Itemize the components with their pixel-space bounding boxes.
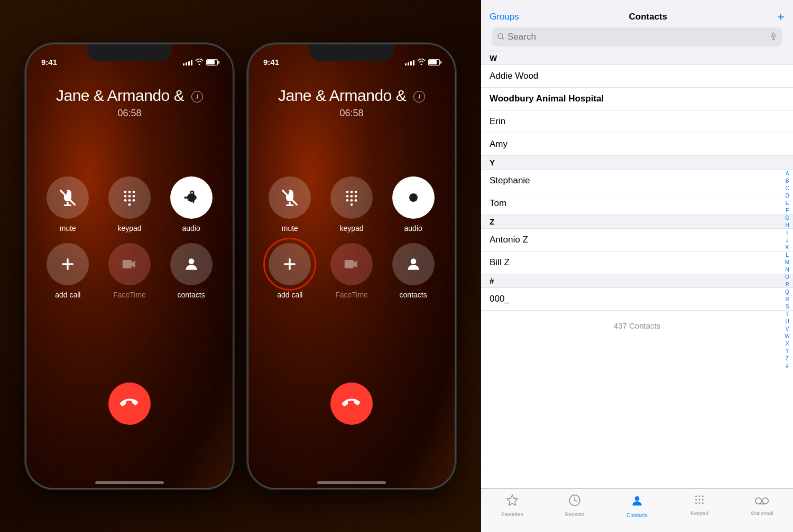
contact-amy[interactable]: Amy bbox=[481, 133, 793, 156]
r-signal-bar-4 bbox=[413, 60, 414, 66]
svg-point-55 bbox=[755, 498, 761, 503]
right-btn-addcall[interactable] bbox=[269, 243, 311, 285]
left-btn-contacts[interactable] bbox=[170, 243, 213, 285]
svg-point-51 bbox=[702, 499, 704, 501]
alpha-C[interactable]: C bbox=[783, 185, 791, 192]
alpha-L[interactable]: L bbox=[783, 251, 791, 258]
left-end-call-btn[interactable] bbox=[108, 382, 151, 425]
svg-point-8 bbox=[133, 194, 135, 197]
alpha-F[interactable]: F bbox=[783, 207, 791, 214]
right-phone-notch bbox=[309, 44, 394, 61]
right-btn-audio[interactable] bbox=[392, 176, 435, 219]
svg-point-11 bbox=[133, 199, 135, 201]
alpha-B[interactable]: B bbox=[783, 178, 791, 184]
keypad-tab-icon bbox=[694, 494, 705, 509]
left-info-icon[interactable]: i bbox=[191, 91, 203, 102]
alpha-K[interactable]: K bbox=[783, 244, 791, 251]
alpha-Y[interactable]: Y bbox=[783, 348, 791, 354]
left-phone-screen: 9:41 bbox=[26, 44, 233, 488]
tab-recents[interactable]: Recents bbox=[548, 494, 601, 517]
alpha-R[interactable]: R bbox=[783, 296, 791, 303]
right-call-buttons: mute bbox=[248, 176, 455, 299]
alpha-M[interactable]: M bbox=[783, 259, 791, 266]
add-contact-button[interactable]: + bbox=[777, 11, 785, 23]
alpha-N[interactable]: N bbox=[783, 266, 791, 273]
search-input[interactable] bbox=[508, 32, 767, 42]
contact-addie-wood[interactable]: Addie Wood bbox=[481, 65, 793, 88]
right-btn-facetime[interactable] bbox=[330, 243, 373, 285]
right-btn-contacts[interactable] bbox=[392, 243, 435, 285]
left-btn-mute[interactable] bbox=[47, 176, 89, 219]
tab-contacts[interactable]: Contacts bbox=[611, 494, 663, 518]
right-status-time: 9:41 bbox=[263, 58, 279, 67]
left-btn-keypad-wrapper: keypad bbox=[104, 176, 155, 232]
alpha-S[interactable]: S bbox=[783, 303, 791, 310]
tab-favorites[interactable]: Favorites bbox=[486, 494, 539, 517]
right-btn-mute[interactable] bbox=[269, 176, 311, 219]
alpha-O[interactable]: O bbox=[783, 274, 791, 281]
groups-button[interactable]: Groups bbox=[490, 12, 519, 22]
recents-icon bbox=[568, 494, 581, 510]
right-caller-info: Jane & Armando & i 06:58 bbox=[248, 87, 455, 119]
svg-point-23 bbox=[351, 190, 353, 193]
signal-bar-1 bbox=[183, 63, 185, 66]
alpha-D[interactable]: D bbox=[783, 192, 791, 199]
alpha-T[interactable]: T bbox=[783, 311, 791, 318]
alpha-X[interactable]: X bbox=[783, 340, 791, 347]
alpha-Z[interactable]: Z bbox=[783, 355, 791, 362]
search-input-wrapper[interactable] bbox=[492, 27, 782, 46]
right-battery-icon bbox=[428, 59, 440, 66]
alpha-I[interactable]: I bbox=[783, 229, 791, 236]
contact-erin[interactable]: Erin bbox=[481, 110, 793, 133]
right-info-icon[interactable]: i bbox=[413, 91, 425, 102]
right-caller-name: Jane & Armando & i bbox=[248, 87, 455, 105]
voicemail-icon bbox=[755, 494, 769, 509]
right-btn-keypad[interactable] bbox=[330, 176, 373, 219]
svg-point-28 bbox=[346, 199, 349, 201]
left-btn-contacts-wrapper: contacts bbox=[165, 243, 217, 299]
right-btn-audio-wrapper: audio bbox=[388, 176, 439, 232]
contact-tom[interactable]: Tom bbox=[481, 192, 793, 215]
right-btn-contacts-wrapper: contacts bbox=[388, 243, 439, 299]
svg-point-37 bbox=[410, 258, 416, 264]
right-end-call-btn[interactable] bbox=[330, 382, 373, 425]
left-btn-audio[interactable] bbox=[170, 176, 213, 219]
left-btn-contacts-label: contacts bbox=[178, 291, 205, 299]
alpha-V[interactable]: V bbox=[783, 325, 791, 332]
tab-voicemail[interactable]: Voicemail bbox=[735, 494, 788, 516]
left-signal-bars bbox=[183, 59, 192, 66]
left-btn-addcall[interactable] bbox=[47, 243, 89, 285]
contact-woodbury[interactable]: Woodbury Animal Hospital bbox=[481, 88, 793, 110]
svg-point-50 bbox=[699, 499, 700, 501]
right-phone: 9:41 bbox=[248, 44, 455, 488]
alpha-A[interactable]: A bbox=[783, 170, 791, 177]
alpha-W[interactable]: W bbox=[783, 333, 791, 340]
search-bar bbox=[490, 27, 785, 46]
mic-icon bbox=[770, 31, 777, 43]
right-btn-addcall-label: add call bbox=[277, 291, 302, 299]
contact-antonio-z[interactable]: Antonio Z bbox=[481, 229, 793, 251]
contact-stephanie[interactable]: Stephanie bbox=[481, 170, 793, 192]
left-btn-facetime[interactable] bbox=[108, 243, 151, 285]
svg-rect-40 bbox=[772, 33, 774, 36]
r-signal-bar-2 bbox=[408, 62, 409, 66]
alpha-E[interactable]: E bbox=[783, 200, 791, 207]
svg-rect-17 bbox=[123, 260, 132, 268]
alpha-U[interactable]: U bbox=[783, 318, 791, 325]
alpha-H[interactable]: H bbox=[783, 222, 791, 229]
contact-000[interactable]: 000_ bbox=[481, 288, 793, 311]
tab-keypad[interactable]: Keypad bbox=[673, 494, 726, 516]
alpha-P[interactable]: P bbox=[783, 281, 791, 288]
tab-bar: Favorites Recents Contacts bbox=[481, 488, 793, 532]
alpha-G[interactable]: G bbox=[783, 214, 791, 221]
svg-marker-43 bbox=[507, 495, 518, 505]
alpha-hash[interactable]: # bbox=[783, 362, 791, 369]
alpha-Q[interactable]: Q bbox=[783, 288, 791, 295]
left-btn-keypad[interactable] bbox=[108, 176, 151, 219]
contact-bill-z[interactable]: Bill Z bbox=[481, 251, 793, 274]
contacts-list[interactable]: W Addie Wood Woodbury Animal Hospital Er… bbox=[481, 51, 793, 488]
alpha-J[interactable]: J bbox=[783, 237, 791, 244]
left-btn-mute-label: mute bbox=[60, 224, 76, 232]
left-status-time: 9:41 bbox=[41, 58, 57, 67]
right-btn-audio-label: audio bbox=[404, 224, 422, 232]
